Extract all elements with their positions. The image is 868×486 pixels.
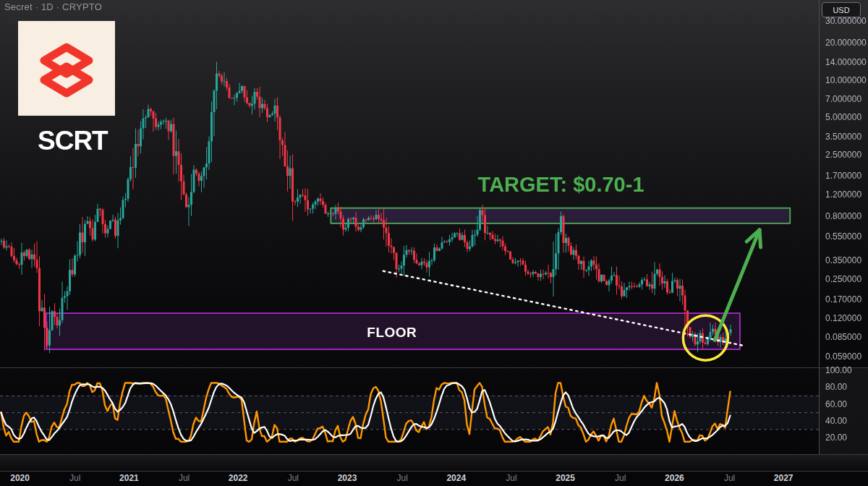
time-tick-month: Jul <box>179 473 190 483</box>
time-tick-month: Jul <box>69 473 80 483</box>
indicator-tick-label: 80.00 <box>825 382 847 392</box>
time-tick-month: Jul <box>396 473 407 483</box>
price-tick-label: 0.800000 <box>825 211 861 221</box>
secret-logo-icon <box>25 29 109 108</box>
time-tick-year: 2022 <box>229 473 248 483</box>
price-chart-canvas[interactable] <box>0 0 819 471</box>
chart-window: Secret · 1D · CRYPTO SCRT TARGET: $0.70-… <box>0 0 868 486</box>
currency-button[interactable]: USD <box>822 2 861 17</box>
pane-divider[interactable] <box>0 367 868 368</box>
indicator-tick-label: 60.00 <box>825 399 847 409</box>
time-tick-month: Jul <box>724 473 735 483</box>
price-tick-label: 0.350000 <box>825 255 861 265</box>
price-tick-label: 14.000000 <box>825 57 867 67</box>
price-tick-label: 0.085000 <box>825 332 861 342</box>
indicator-tick-label: 40.00 <box>825 416 847 426</box>
time-tick-month: Jul <box>506 473 516 483</box>
price-tick-label: 1.700000 <box>825 171 861 181</box>
secret-logo <box>18 21 115 116</box>
time-tick-month: Jul <box>288 473 299 483</box>
price-tick-label: 1.200000 <box>825 189 861 200</box>
price-tick-label: 7.000000 <box>825 94 861 104</box>
price-tick-label: 0.120000 <box>825 313 861 323</box>
time-tick-year: 2026 <box>665 473 684 483</box>
indicator-tick-label: 20.00 <box>825 432 847 443</box>
time-tick-year: 2025 <box>556 473 575 483</box>
time-tick-year: 2023 <box>338 473 357 483</box>
indicator-tick-label: 100.00 <box>825 365 852 375</box>
price-tick-label: 30.000000 <box>825 16 867 26</box>
time-tick-month: Jul <box>615 473 626 483</box>
price-tick-label: 0.059000 <box>825 351 861 362</box>
floor-annotation-label: FLOOR <box>367 325 417 341</box>
symbol-title: Secret · 1D · CRYPTO <box>4 1 102 12</box>
price-tick-label: 10.000000 <box>825 75 867 85</box>
price-tick-label: 5.000000 <box>825 112 861 122</box>
price-tick-label: 0.550000 <box>825 231 861 242</box>
price-tick-label: 0.250000 <box>825 274 861 284</box>
price-tick-label: 20.000000 <box>825 38 867 48</box>
time-tick-year: 2027 <box>774 473 793 483</box>
price-tick-label: 3.500000 <box>825 132 861 142</box>
time-tick-year: 2021 <box>119 473 139 483</box>
time-tick-year: 2024 <box>446 473 466 483</box>
ticker-label: SCRT <box>38 126 108 156</box>
price-tick-label: 2.500000 <box>825 150 861 160</box>
target-annotation-label: TARGET: $0.70-1 <box>478 173 644 197</box>
price-tick-label: 0.170000 <box>825 294 861 304</box>
price-axis[interactable]: USD 30.00000020.00000014.00000010.000000… <box>820 0 868 471</box>
bottom-gap-strip <box>0 455 868 471</box>
time-tick-year: 2020 <box>10 473 30 483</box>
